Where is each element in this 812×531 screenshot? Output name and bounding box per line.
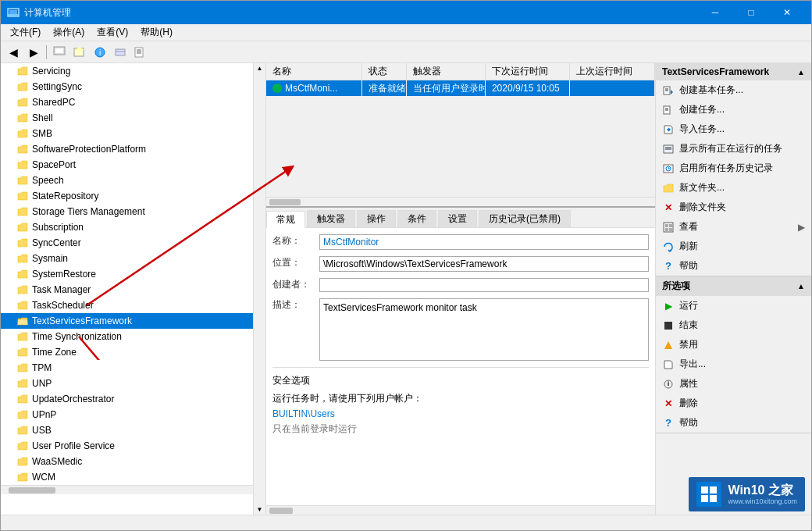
sidebar-item-waasmedic[interactable]: WaaSMedic xyxy=(1,454,265,469)
scroll-up-arrow[interactable]: ▲ xyxy=(257,65,263,72)
folder-icon xyxy=(16,174,29,187)
sidebar-item-sysmain[interactable]: Sysmain xyxy=(1,251,265,266)
sidebar-item-wcm[interactable]: WCM xyxy=(1,469,265,485)
sidebar-item-usb[interactable]: USB xyxy=(1,422,265,438)
action-delete[interactable]: ✕ 删除 xyxy=(656,394,811,413)
action-enable-history[interactable]: 启用所有任务历史记录 xyxy=(656,159,811,178)
sidebar-item-updateorchestrator[interactable]: UpdateOrchestrator xyxy=(1,391,265,407)
svg-marker-36 xyxy=(664,341,672,349)
toolbar-btn-1[interactable] xyxy=(50,44,69,61)
toolbar-btn-4[interactable] xyxy=(111,44,130,61)
action-refresh[interactable]: 刷新 xyxy=(656,237,811,256)
section-collapse-icon[interactable]: ▲ xyxy=(797,68,805,77)
sidebar-item-userprofileservice[interactable]: User Profile Service xyxy=(1,438,265,454)
minimize-button[interactable]: ─ xyxy=(697,1,733,24)
tab-general[interactable]: 常规 xyxy=(266,211,305,228)
folder-icon xyxy=(16,205,29,218)
forward-button[interactable]: ▶ xyxy=(24,44,43,61)
action-help-selected[interactable]: ? 帮助 xyxy=(656,413,811,433)
tab-conditions[interactable]: 条件 xyxy=(397,210,436,227)
sidebar-item-subscription[interactable]: Subscription xyxy=(1,219,265,235)
menu-action[interactable]: 操作(A) xyxy=(47,24,91,41)
sidebar-item-spaceport[interactable]: SpacePort xyxy=(1,157,265,173)
action-import-task[interactable]: 导入任务... xyxy=(656,119,811,139)
sidebar-item-speech[interactable]: Speech xyxy=(1,173,265,188)
action-properties[interactable]: 属性 xyxy=(656,374,811,394)
maximize-button[interactable]: □ xyxy=(733,1,769,24)
sidebar-item-taskmanager[interactable]: Task Manager xyxy=(1,282,265,298)
tab-history[interactable]: 历史记录(已禁用) xyxy=(479,210,571,227)
sidebar-scrollbar[interactable] xyxy=(1,485,265,494)
sidebar-item-storagetiersmanagement[interactable]: Storage Tiers Management xyxy=(1,204,265,219)
action-create-task[interactable]: 创建任务... xyxy=(656,100,811,119)
detail-value-author[interactable] xyxy=(319,278,649,292)
column-header-next-run[interactable]: 下次运行时间 xyxy=(486,63,571,80)
action-show-running-tasks[interactable]: 显示所有正在运行的任务 xyxy=(656,139,811,159)
refresh-icon xyxy=(662,241,675,253)
end-icon xyxy=(662,319,675,332)
sidebar-item-settingsync[interactable]: SettingSync xyxy=(1,79,265,94)
action-run[interactable]: ▶ 运行 xyxy=(656,296,811,315)
menu-view[interactable]: 查看(V) xyxy=(91,24,134,41)
sidebar-item-textservicesframework[interactable]: TextServicesFramework xyxy=(1,313,265,329)
menu-help[interactable]: 帮助(H) xyxy=(134,24,179,41)
tab-triggers[interactable]: 触发器 xyxy=(307,210,355,227)
sidebar-item-timezone[interactable]: Time Zone xyxy=(1,344,265,360)
tasklist-scrollbar-thumb[interactable] xyxy=(269,199,301,205)
detail-value-name[interactable]: MsCtfMonitor xyxy=(319,234,649,250)
action-disable[interactable]: 禁用 xyxy=(656,335,811,355)
column-header-last-run[interactable]: 上次运行时间 xyxy=(570,63,655,80)
svg-rect-4 xyxy=(55,48,63,53)
sidebar[interactable]: ▲ ▼ Servicing SettingSync SharedPC xyxy=(1,63,266,515)
new-folder-icon xyxy=(662,182,675,194)
sidebar-scrollbar-thumb[interactable] xyxy=(9,487,55,494)
detail-value-description[interactable]: TextServicesFramework monitor task xyxy=(319,298,649,361)
security-running-text: 只在当前登录时运行 xyxy=(272,422,649,436)
table-row[interactable]: MsCtfMoni... 准备就绪 当任何用户登录时 2020/9/15 10:… xyxy=(266,80,655,96)
tasklist-scrollbar[interactable] xyxy=(266,197,655,206)
menu-file[interactable]: 文件(F) xyxy=(4,24,47,41)
sidebar-item-timesync[interactable]: Time Synchronization xyxy=(1,329,265,344)
sidebar-item-taskscheduler[interactable]: TaskScheduler xyxy=(1,298,265,313)
sidebar-item-upnp[interactable]: UPnP xyxy=(1,407,265,422)
tab-actions[interactable]: 操作 xyxy=(357,210,396,227)
sidebar-item-systemrestore[interactable]: SystemRestore xyxy=(1,266,265,282)
section2-collapse-icon[interactable]: ▲ xyxy=(797,282,805,290)
svg-rect-44 xyxy=(710,486,717,494)
folder-icon xyxy=(16,362,29,374)
sidebar-item-synccenter[interactable]: SyncCenter xyxy=(1,235,265,251)
toolbar-btn-2[interactable] xyxy=(70,44,89,61)
back-button[interactable]: ◀ xyxy=(4,44,23,61)
details-content: 名称： MsCtfMonitor 位置： \Microsoft\Windows\… xyxy=(266,228,655,505)
sidebar-item-servicing[interactable]: Servicing xyxy=(1,63,265,79)
sidebar-item-softwareprotection[interactable]: SoftwareProtectionPlatform xyxy=(1,141,265,157)
action-view[interactable]: 查看 ▶ xyxy=(656,217,811,237)
svg-rect-46 xyxy=(710,495,717,502)
column-header-status[interactable]: 状态 xyxy=(362,63,406,80)
tab-settings[interactable]: 设置 xyxy=(438,210,477,227)
folder-icon xyxy=(16,112,29,124)
sidebar-item-tpm[interactable]: TPM xyxy=(1,360,265,376)
details-scrollbar-thumb[interactable] xyxy=(269,508,293,514)
details-scrollbar[interactable] xyxy=(266,505,655,515)
sidebar-item-shell[interactable]: Shell xyxy=(1,110,265,126)
action-end[interactable]: 结束 xyxy=(656,315,811,335)
detail-value-location[interactable]: \Microsoft\Windows\TextServicesFramework xyxy=(319,256,649,272)
action-export[interactable]: 导出... xyxy=(656,355,811,374)
action-new-folder[interactable]: 新文件夹... xyxy=(656,178,811,198)
toolbar-btn-5[interactable] xyxy=(131,44,150,61)
toolbar-btn-3[interactable]: i xyxy=(91,44,109,61)
sidebar-item-staterepository[interactable]: StateRepository xyxy=(1,188,265,204)
watermark: Win10 之家 www.win10xitong.com xyxy=(689,477,805,511)
sidebar-item-sharedpc[interactable]: SharedPC xyxy=(1,94,265,110)
action-create-basic-task[interactable]: 创建基本任务... xyxy=(656,80,811,100)
run-icon: ▶ xyxy=(662,300,675,312)
action-delete-folder[interactable]: ✕ 删除文件夹 xyxy=(656,198,811,217)
column-header-trigger[interactable]: 触发器 xyxy=(407,63,486,80)
sidebar-item-smb[interactable]: SMB xyxy=(1,126,265,141)
close-button[interactable]: ✕ xyxy=(769,1,805,24)
action-help-tsf[interactable]: ? 帮助 xyxy=(656,256,811,276)
column-header-name[interactable]: 名称 xyxy=(266,63,362,80)
sidebar-item-unp[interactable]: UNP xyxy=(1,376,265,391)
scroll-down-arrow[interactable]: ▼ xyxy=(257,506,263,513)
